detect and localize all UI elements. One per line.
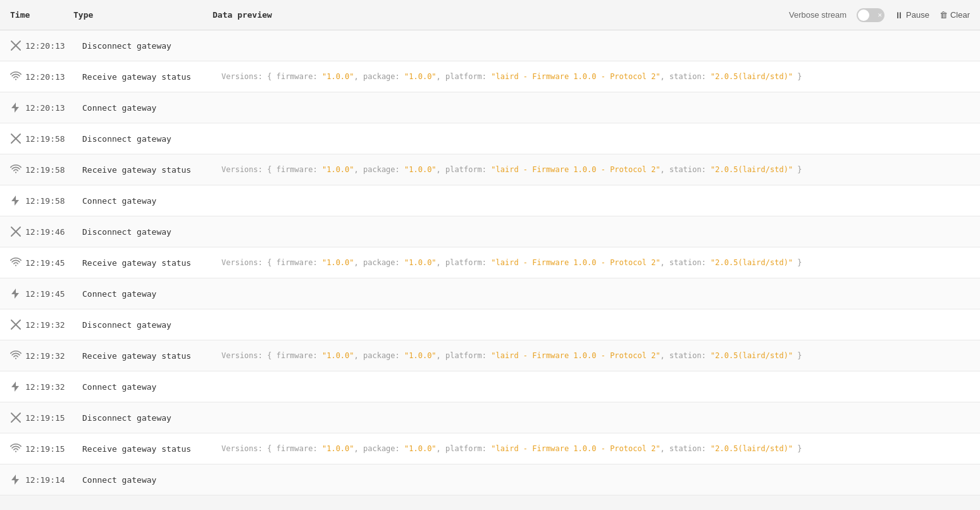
col-data-header: Data preview xyxy=(213,10,789,20)
disconnect-icon xyxy=(10,133,25,144)
row-type: Receive gateway status xyxy=(82,351,221,361)
receive-icon xyxy=(10,350,25,361)
row-type: Disconnect gateway xyxy=(82,134,221,144)
connect-icon xyxy=(10,195,25,206)
row-type: Connect gateway xyxy=(82,196,221,206)
row-time: 12:19:58 xyxy=(25,134,82,144)
trash-icon: 🗑 xyxy=(940,10,948,20)
table-row: 12:19:15 Receive gateway status Versions… xyxy=(0,433,980,464)
row-time: 12:19:32 xyxy=(25,351,82,361)
row-type: Connect gateway xyxy=(82,289,221,299)
toggle-knob xyxy=(858,9,869,21)
connect-icon xyxy=(10,474,25,485)
table-row: 12:20:13 Receive gateway status Versions… xyxy=(0,61,980,92)
pause-label: Pause xyxy=(906,10,929,20)
row-time: 12:19:58 xyxy=(25,165,82,175)
row-data: Versions: { firmware: "1.0.0", package: … xyxy=(221,444,970,453)
row-type: Disconnect gateway xyxy=(82,41,221,51)
table-row: 12:19:58 Receive gateway status Versions… xyxy=(0,154,980,185)
row-time: 12:20:13 xyxy=(25,103,82,113)
table-row: 12:19:45 Receive gateway status Versions… xyxy=(0,247,980,278)
row-type: Connect gateway xyxy=(82,382,221,392)
table-row: 12:19:32 Connect gateway xyxy=(0,371,980,402)
row-type: Connect gateway xyxy=(82,103,221,113)
header-controls: Verbose stream ✕ ⏸ Pause 🗑 Clear xyxy=(789,8,970,22)
row-time: 12:20:13 xyxy=(25,72,82,82)
receive-icon xyxy=(10,164,25,175)
col-time-header: Time xyxy=(10,10,73,20)
table-row: 12:19:46 Disconnect gateway xyxy=(0,216,980,247)
table-row: 12:19:32 Receive gateway status Versions… xyxy=(0,340,980,371)
row-time: 12:19:32 xyxy=(25,320,82,330)
disconnect-icon xyxy=(10,412,25,423)
receive-icon xyxy=(10,257,25,268)
row-time: 12:19:32 xyxy=(25,382,82,392)
row-type: Disconnect gateway xyxy=(82,227,221,237)
row-type: Receive gateway status xyxy=(82,444,221,454)
table-row: 12:19:14 Connect gateway xyxy=(0,464,980,495)
row-time: 12:19:45 xyxy=(25,289,82,299)
connect-icon xyxy=(10,288,25,299)
table-row: 12:19:32 Disconnect gateway xyxy=(0,309,980,340)
row-type: Receive gateway status xyxy=(82,165,221,175)
disconnect-icon xyxy=(10,226,25,237)
table-row: 12:20:13 Disconnect gateway xyxy=(0,30,980,61)
row-data: Versions: { firmware: "1.0.0", package: … xyxy=(221,258,970,267)
row-time: 12:19:45 xyxy=(25,258,82,268)
header: Time Type Data preview Verbose stream ✕ … xyxy=(0,0,980,30)
table-row: 12:19:58 Connect gateway xyxy=(0,185,980,216)
verbose-toggle[interactable]: ✕ xyxy=(857,8,884,22)
row-type: Disconnect gateway xyxy=(82,320,221,330)
row-type: Receive gateway status xyxy=(82,72,221,82)
connect-icon xyxy=(10,102,25,113)
col-type-header: Type xyxy=(73,10,213,20)
row-time: 12:20:13 xyxy=(25,41,82,51)
receive-icon xyxy=(10,443,25,454)
row-time: 12:19:14 xyxy=(25,475,82,485)
clear-label: Clear xyxy=(950,10,970,20)
disconnect-icon xyxy=(10,319,25,330)
pause-icon: ⏸ xyxy=(895,10,903,20)
row-time: 12:19:15 xyxy=(25,444,82,454)
row-data: Versions: { firmware: "1.0.0", package: … xyxy=(221,165,970,174)
receive-icon xyxy=(10,71,25,82)
row-data: Versions: { firmware: "1.0.0", package: … xyxy=(221,72,970,81)
row-time: 12:19:58 xyxy=(25,196,82,206)
row-time: 12:19:46 xyxy=(25,227,82,237)
row-type: Receive gateway status xyxy=(82,258,221,268)
row-time: 12:19:15 xyxy=(25,413,82,423)
toggle-x-icon: ✕ xyxy=(878,11,882,19)
table-row: 12:19:45 Connect gateway xyxy=(0,278,980,309)
table-row: 12:19:15 Disconnect gateway xyxy=(0,402,980,433)
verbose-stream-label: Verbose stream xyxy=(789,10,847,20)
table-container: 12:20:13 Disconnect gateway 12:20:13 Rec… xyxy=(0,30,980,510)
table-row: 12:19:58 Disconnect gateway xyxy=(0,123,980,154)
pause-button[interactable]: ⏸ Pause xyxy=(895,10,929,20)
row-type: Connect gateway xyxy=(82,475,221,485)
disconnect-icon xyxy=(10,40,25,51)
table-row: 12:20:13 Connect gateway xyxy=(0,92,980,123)
connect-icon xyxy=(10,381,25,392)
row-type: Disconnect gateway xyxy=(82,413,221,423)
clear-button[interactable]: 🗑 Clear xyxy=(940,10,970,20)
row-data: Versions: { firmware: "1.0.0", package: … xyxy=(221,351,970,360)
